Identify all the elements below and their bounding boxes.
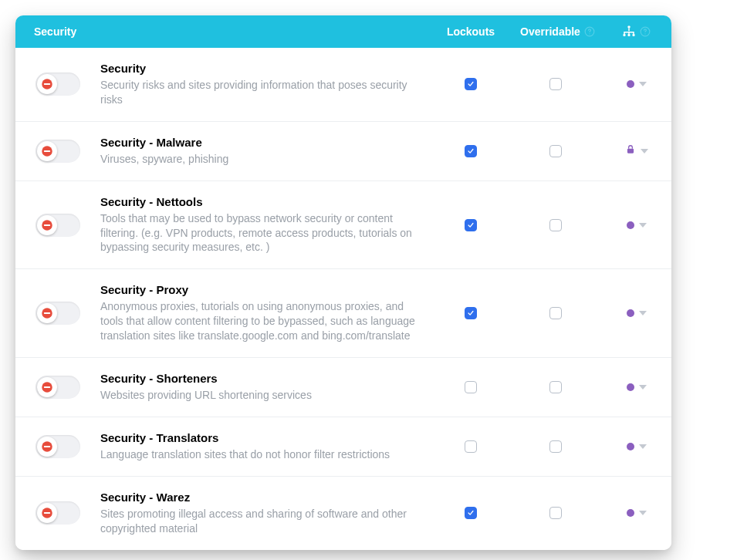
lockout-checkbox[interactable] <box>465 307 477 319</box>
chevron-down-icon[interactable] <box>639 444 647 449</box>
category-description: Websites providing URL shortening servic… <box>100 388 423 403</box>
block-toggle[interactable] <box>35 140 80 163</box>
category-row: Security - ProxyAnonymous proxies, tutor… <box>15 269 671 358</box>
category-row: SecuritySecurity risks and sites providi… <box>15 48 671 122</box>
panel-header: Security Lockouts Overridable <box>15 15 671 48</box>
overridable-checkbox[interactable] <box>549 219 562 231</box>
lockout-column <box>432 307 509 319</box>
chevron-down-icon[interactable] <box>639 223 647 228</box>
action-column <box>602 306 671 320</box>
action-column <box>602 506 671 520</box>
overridable-checkbox[interactable] <box>549 145 562 157</box>
header-title: Security <box>15 25 162 38</box>
overridable-column <box>509 440 602 453</box>
category-row: Security - NettoolsTools that may be use… <box>15 181 671 270</box>
overridable-checkbox[interactable] <box>549 440 562 453</box>
block-icon <box>37 74 57 94</box>
category-description: Anonymous proxies, tutorials on using an… <box>100 299 423 343</box>
lockout-checkbox[interactable] <box>465 440 477 453</box>
status-dot-icon[interactable] <box>627 218 634 232</box>
lockout-checkbox[interactable] <box>465 145 477 157</box>
category-text: SecuritySecurity risks and sites providi… <box>100 62 432 107</box>
category-title: Security - Nettools <box>100 195 423 208</box>
overridable-checkbox[interactable] <box>549 78 562 90</box>
category-text: Security - ShortenersWebsites providing … <box>100 372 432 403</box>
lockout-column <box>432 145 509 157</box>
category-description: Viruses, spyware, phishing <box>100 152 423 167</box>
svg-rect-4 <box>633 34 635 36</box>
lock-icon[interactable] <box>625 144 636 158</box>
overridable-column <box>509 78 602 90</box>
lockout-checkbox[interactable] <box>465 78 477 90</box>
block-icon <box>37 141 57 161</box>
status-dot-icon[interactable] <box>627 306 634 320</box>
svg-rect-10 <box>627 149 634 153</box>
category-title: Security - Malware <box>100 136 423 149</box>
toggle-column <box>15 73 100 96</box>
category-list: SecuritySecurity risks and sites providi… <box>15 48 671 550</box>
svg-rect-18 <box>44 446 50 447</box>
action-column <box>602 77 671 91</box>
action-column <box>602 380 671 394</box>
svg-rect-9 <box>44 150 50 152</box>
lockout-checkbox[interactable] <box>465 507 477 519</box>
category-title: Security - Proxy <box>100 283 423 296</box>
toggle-column <box>15 214 100 237</box>
category-row: Security - WarezSites promoting illegal … <box>15 477 671 550</box>
category-description: Tools that may be used to bypass network… <box>100 211 423 255</box>
overridable-checkbox[interactable] <box>549 381 562 393</box>
help-icon[interactable] <box>639 25 651 38</box>
block-icon <box>37 437 57 457</box>
category-description: Language translation sites that do not h… <box>100 447 423 462</box>
chevron-down-icon[interactable] <box>639 385 647 390</box>
toggle-column <box>15 376 100 399</box>
category-text: Security - MalwareViruses, spyware, phis… <box>100 136 432 167</box>
overridable-column <box>509 381 602 393</box>
category-text: Security - ProxyAnonymous proxies, tutor… <box>100 283 432 343</box>
lockout-column <box>432 381 509 393</box>
sitemap-icon[interactable] <box>622 25 636 39</box>
action-column <box>602 144 671 158</box>
chevron-down-icon[interactable] <box>639 311 647 315</box>
svg-rect-12 <box>44 224 50 225</box>
lockout-checkbox[interactable] <box>465 219 477 231</box>
status-dot-icon[interactable] <box>627 506 634 520</box>
block-toggle[interactable] <box>35 214 80 237</box>
status-dot-icon[interactable] <box>627 440 634 454</box>
toggle-column <box>15 302 100 325</box>
lockout-column <box>432 507 509 519</box>
security-panel: Security Lockouts Overridable SecuritySe… <box>15 15 671 550</box>
block-toggle[interactable] <box>35 73 80 96</box>
category-title: Security - Shorteners <box>100 372 423 385</box>
block-icon <box>37 303 57 323</box>
block-icon <box>37 503 57 523</box>
block-toggle[interactable] <box>35 376 80 399</box>
overridable-column <box>509 145 602 157</box>
chevron-down-icon[interactable] <box>639 82 647 86</box>
chevron-down-icon[interactable] <box>641 149 648 153</box>
category-title: Security - Warez <box>100 491 423 504</box>
overridable-checkbox[interactable] <box>549 507 562 519</box>
block-toggle[interactable] <box>35 501 80 525</box>
lockout-column <box>432 78 509 90</box>
overridable-checkbox[interactable] <box>549 307 562 319</box>
chevron-down-icon[interactable] <box>639 511 647 515</box>
category-text: Security - NettoolsTools that may be use… <box>100 195 432 255</box>
overridable-column <box>509 307 602 319</box>
overridable-column <box>509 507 602 519</box>
action-column <box>602 218 671 232</box>
category-description: Security risks and sites providing infor… <box>100 78 423 107</box>
block-toggle[interactable] <box>35 435 80 458</box>
status-dot-icon[interactable] <box>627 77 634 91</box>
help-icon[interactable] <box>583 25 596 38</box>
status-dot-icon[interactable] <box>627 380 634 394</box>
svg-rect-20 <box>44 512 50 514</box>
block-icon <box>37 377 57 397</box>
lockout-checkbox[interactable] <box>465 381 477 393</box>
header-overridable-col: Overridable <box>509 25 602 38</box>
category-text: Security - TranslatorsLanguage translati… <box>100 431 432 462</box>
category-description: Sites promoting illegal access and shari… <box>100 507 423 536</box>
block-toggle[interactable] <box>35 302 80 325</box>
svg-rect-2 <box>624 34 626 36</box>
category-row: Security - ShortenersWebsites providing … <box>15 358 671 417</box>
